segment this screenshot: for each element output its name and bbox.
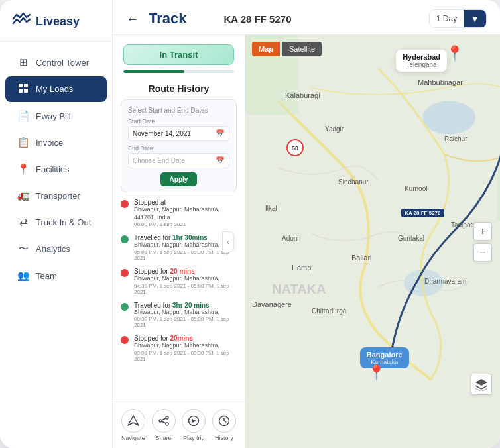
- sidebar-item-transporter[interactable]: 🚛 Transporter: [5, 183, 107, 208]
- sidebar-item-my-loads[interactable]: My Loads: [5, 76, 107, 102]
- event-location-4: Bhiwapur, Nagpur, Maharashtra,: [134, 309, 237, 317]
- svg-rect-2: [19, 89, 23, 93]
- svg-rect-0: [19, 84, 23, 87]
- bangalore-city-name: Bangalore: [367, 351, 403, 359]
- play-trip-action[interactable]: Play trip: [182, 409, 206, 441]
- back-button[interactable]: ←: [126, 11, 139, 27]
- navigate-icon-circle: [121, 409, 145, 433]
- content-row: In Transit Route History Select Start an…: [113, 35, 500, 448]
- route-event-4: Travelled for 3hr 20 mins Bhiwapur, Nagp…: [121, 302, 237, 329]
- map-layers-button[interactable]: [471, 374, 492, 395]
- event-title-5: Stopped for 20mins: [134, 335, 237, 342]
- share-icon-circle: [152, 409, 176, 433]
- nav-items: ⊞ Control Tower My Loads 📄 Eway Bill 📋 I…: [0, 42, 112, 448]
- start-date-group: Start Date November 14, 2021 📅: [128, 118, 229, 141]
- svg-text:50: 50: [292, 145, 298, 152]
- zoom-out-button[interactable]: −: [473, 243, 492, 262]
- eway-bill-icon: 📄: [17, 110, 29, 122]
- sidebar-item-label: My Loads: [36, 84, 73, 94]
- route-event-3: Stopped for 20 mins Bhiwapur, Nagpur, Ma…: [121, 268, 237, 295]
- event-content-1: Stopped at Bhiwapur, Nagpur, Maharashtra…: [134, 199, 237, 227]
- event-time-5: 03:00 PM, 1 sep 2021 - 08:30 PM, 1 sep 2…: [134, 350, 237, 362]
- my-loads-icon: [17, 83, 29, 95]
- facilities-icon: 📍: [17, 163, 29, 175]
- start-date-input[interactable]: November 14, 2021 📅: [128, 126, 229, 141]
- event-location-2: Bhiwapur, Nagpur, Maharashtra,: [134, 241, 237, 249]
- share-action[interactable]: Share: [152, 409, 176, 441]
- end-date-input[interactable]: Choose End Date 📅: [128, 153, 229, 168]
- event-title-2: Travelled for 1hr 30mins: [134, 234, 237, 241]
- svg-text:Sindhanur: Sindhanur: [338, 178, 369, 186]
- logo-area: Liveasy: [0, 0, 112, 42]
- hyderabad-popup: Hyderabad Telengana: [396, 50, 447, 72]
- history-label: History: [215, 435, 233, 441]
- svg-text:Adoni: Adoni: [282, 235, 299, 242]
- sidebar: Liveasy ⊞ Control Tower My Loads 📄 Eway …: [0, 0, 113, 448]
- sidebar-item-invoice[interactable]: 📋 Invoice: [5, 130, 107, 155]
- event-content-2: Travelled for 1hr 30mins Bhiwapur, Nagpu…: [134, 234, 237, 261]
- map-controls: Map Satellite: [252, 42, 322, 56]
- progress-bar-area: [113, 70, 245, 78]
- route-history-title: Route History: [121, 84, 237, 94]
- event-dot-red-3: [121, 269, 129, 277]
- sidebar-item-analytics[interactable]: 〜 Analytics: [5, 236, 107, 262]
- sidebar-item-truck-in-out[interactable]: ⇄ Truck In & Out: [5, 209, 107, 235]
- sidebar-item-label: Transporter: [36, 191, 80, 201]
- bangalore-pin: 📍: [367, 364, 385, 382]
- event-dot-green-2: [121, 235, 129, 243]
- control-tower-icon: ⊞: [17, 56, 29, 68]
- svg-point-5: [166, 416, 168, 419]
- main-content: ← Track KA 28 FF 5270 1 Day ▼ In Transit…: [113, 0, 500, 448]
- date-selector-title: Select Start and End Dates: [128, 107, 229, 114]
- map-container: Kalaburagi Yadgir Mahbubnagar Raichur Il…: [245, 35, 500, 448]
- sidebar-item-label: Invoice: [36, 138, 63, 148]
- in-transit-badge: In Transit: [123, 44, 234, 65]
- map-background: Kalaburagi Yadgir Mahbubnagar Raichur Il…: [245, 35, 500, 448]
- apply-button[interactable]: Apply: [160, 172, 198, 186]
- panel-collapse-button[interactable]: ‹: [222, 231, 234, 252]
- truck-in-out-icon: ⇄: [17, 216, 29, 228]
- zoom-in-button[interactable]: +: [473, 222, 492, 241]
- svg-text:Kalaburagi: Kalaburagi: [285, 91, 320, 99]
- event-location-1: Bhiwapur, Nagpur, Maharashtra, 441201, I…: [134, 206, 237, 221]
- svg-text:Hampi: Hampi: [292, 264, 313, 272]
- svg-marker-4: [128, 416, 139, 425]
- event-time-3: 04:30 PM, 1 sep 2021 - 05:00 PM, 1 sep 2…: [134, 283, 237, 295]
- svg-rect-3: [24, 89, 28, 93]
- event-content-4: Travelled for 3hr 20 mins Bhiwapur, Nagp…: [134, 302, 237, 329]
- zoom-controls: + −: [473, 222, 492, 262]
- bottom-actions: Navigate Share Play trip: [113, 402, 245, 448]
- svg-text:Chitradurga: Chitradurga: [312, 308, 347, 315]
- map-view-button[interactable]: Map: [252, 42, 280, 56]
- event-dot-green-4: [121, 303, 129, 311]
- day-selector[interactable]: 1 Day ▼: [429, 9, 487, 28]
- event-dot-red-5: [121, 336, 129, 344]
- event-title-4: Travelled for 3hr 20 mins: [134, 302, 237, 309]
- play-trip-icon-circle: [182, 409, 206, 433]
- svg-marker-11: [192, 419, 196, 423]
- svg-text:Ballari: Ballari: [351, 254, 372, 262]
- satellite-view-button[interactable]: Satellite: [282, 42, 322, 56]
- event-location-3: Bhiwapur, Nagpur, Maharashtra,: [134, 275, 237, 283]
- start-date-label: Start Date: [128, 118, 229, 125]
- svg-text:Davanagere: Davanagere: [252, 300, 292, 308]
- sidebar-item-label: Team: [36, 271, 57, 281]
- event-content-5: Stopped for 20mins Bhiwapur, Nagpur, Mah…: [134, 335, 237, 362]
- end-date-label: End Date: [128, 145, 229, 152]
- sidebar-item-control-tower[interactable]: ⊞ Control Tower: [5, 50, 107, 75]
- navigate-action[interactable]: Navigate: [121, 409, 145, 441]
- day-dropdown-btn[interactable]: ▼: [464, 10, 486, 27]
- start-date-value: November 14, 2021: [133, 130, 191, 137]
- route-event-2: Travelled for 1hr 30mins Bhiwapur, Nagpu…: [121, 234, 237, 261]
- sidebar-item-facilities[interactable]: 📍 Facilities: [5, 156, 107, 182]
- sidebar-item-team[interactable]: 👥 Team: [5, 263, 107, 288]
- page-header: ← Track KA 28 FF 5270 1 Day ▼: [113, 0, 500, 35]
- logo-icon: [12, 12, 31, 30]
- svg-point-7: [166, 423, 168, 425]
- hyderabad-pin: 📍: [446, 45, 464, 62]
- hyderabad-city-name: Hyderabad: [403, 53, 440, 61]
- svg-line-9: [162, 418, 166, 420]
- event-time-4: 08:30 PM, 1 sep 2021 - 06:30 PM, 1 sep 2…: [134, 316, 237, 328]
- history-action[interactable]: History: [212, 409, 236, 441]
- sidebar-item-eway-bill[interactable]: 📄 Eway Bill: [5, 103, 107, 129]
